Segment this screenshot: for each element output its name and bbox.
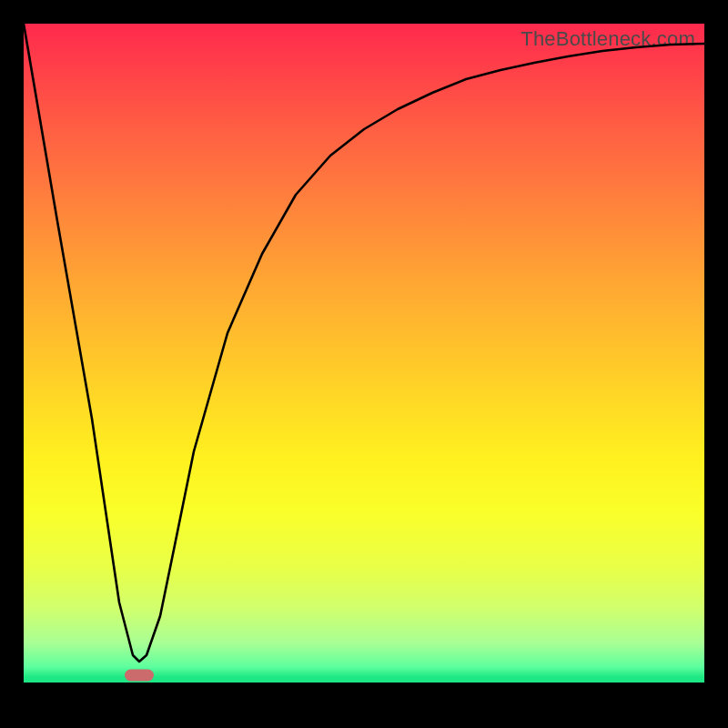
plot-area: TheBottleneck.com [24, 24, 704, 704]
chart-frame: TheBottleneck.com [0, 0, 728, 728]
bottleneck-curve [24, 24, 704, 704]
curve-path [24, 24, 704, 662]
optimum-marker [125, 670, 154, 682]
